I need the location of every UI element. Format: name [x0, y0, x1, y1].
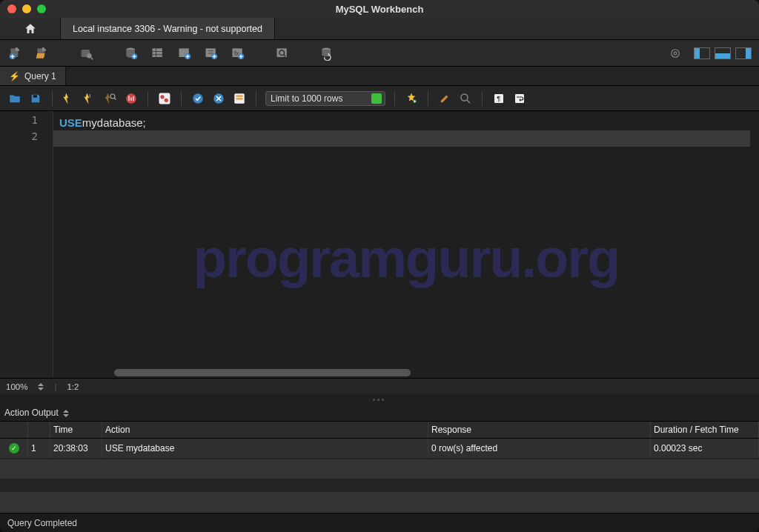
inspector-button[interactable]	[79, 45, 95, 61]
open-file-button[interactable]	[7, 91, 22, 106]
svg-text:¶: ¶	[497, 95, 500, 102]
find-button[interactable]	[458, 91, 473, 106]
editor-horizontal-scrollbar[interactable]	[107, 368, 752, 378]
query-tab[interactable]: ⚡ Query 1	[0, 67, 66, 85]
code-line: USE mydatabase;	[53, 114, 759, 130]
db-proc-button[interactable]	[203, 45, 219, 61]
zoom-level: 100%	[6, 382, 27, 391]
svg-rect-5	[153, 48, 162, 57]
svg-rect-21	[159, 93, 170, 104]
zoom-window-button[interactable]	[37, 4, 46, 13]
status-bar: Query Completed	[0, 513, 759, 532]
beautify-button[interactable]	[404, 91, 419, 106]
open-sql-file-button[interactable]	[34, 45, 50, 61]
connection-tab-label: Local instance 3306 - Warning - not supp…	[73, 24, 262, 34]
grid-header-index	[28, 422, 50, 438]
query-tabstrip: ⚡ Query 1	[0, 67, 759, 86]
home-tab[interactable]	[0, 18, 61, 39]
svg-point-16	[672, 49, 680, 57]
connection-tab[interactable]: Local instance 3306 - Warning - not supp…	[61, 18, 275, 39]
row-status: ✓	[0, 439, 28, 458]
row-duration: 0.00023 sec	[651, 439, 759, 458]
svg-rect-28	[236, 98, 243, 99]
execute-current-button[interactable]: I	[82, 91, 97, 106]
db-create-schema-button[interactable]	[123, 45, 139, 61]
db-search-button[interactable]	[274, 45, 291, 61]
row-action: USE mydatabase	[102, 439, 428, 458]
connection-tabstrip: Local instance 3306 - Warning - not supp…	[0, 18, 759, 40]
sql-toolbar: I Limit to 1000 rows ¶	[0, 86, 759, 111]
grid-header-duration[interactable]: Duration / Fetch Time	[651, 422, 759, 438]
new-sql-tab-button[interactable]	[7, 45, 24, 61]
line-number: 1	[0, 114, 53, 130]
close-window-button[interactable]	[7, 4, 16, 13]
svg-point-23	[165, 98, 168, 102]
db-view-button[interactable]	[176, 45, 193, 61]
editor-gutter: 1 2	[0, 111, 53, 378]
sql-punct: ;	[143, 116, 146, 129]
db-reconnect-button[interactable]	[319, 45, 335, 61]
home-icon	[24, 22, 37, 36]
grid-blank-row	[0, 459, 759, 479]
toggle-invisible-button[interactable]: ¶	[491, 91, 506, 106]
status-text: Query Completed	[7, 518, 77, 528]
code-line-active	[53, 130, 750, 147]
window-controls	[7, 4, 46, 13]
titlebar: MySQL Workbench	[0, 0, 759, 18]
grid-header-status	[0, 422, 28, 438]
minimize-window-button[interactable]	[22, 4, 31, 13]
grid-header-time[interactable]: Time	[50, 422, 102, 438]
save-file-button[interactable]	[28, 91, 43, 106]
db-func-button[interactable]: fx	[230, 45, 246, 61]
editor-code-area[interactable]: USE mydatabase; programguru.org	[53, 111, 759, 378]
cursor-position: 1:2	[67, 382, 79, 391]
output-panel-header: Action Output	[0, 405, 759, 421]
grid-header-action[interactable]: Action	[102, 422, 428, 438]
query-tab-label: Query 1	[24, 71, 56, 82]
svg-point-17	[674, 52, 677, 55]
rollback-button[interactable]	[211, 91, 226, 106]
success-icon: ✓	[9, 443, 19, 453]
panel-toggle-group	[694, 47, 752, 59]
limit-rows-label: Limit to 1000 rows	[271, 93, 342, 104]
line-number: 2	[0, 130, 53, 147]
toggle-bottom-panel[interactable]	[715, 47, 731, 59]
row-time: 20:38:03	[50, 439, 102, 458]
toggle-autocommit-button[interactable]	[157, 91, 172, 106]
scrollbar-thumb[interactable]	[114, 369, 411, 376]
editor-status-bar: 100% | 1:2	[0, 378, 759, 394]
output-type-select[interactable]: Action Output	[4, 408, 69, 418]
app-title: MySQL Workbench	[0, 4, 759, 15]
action-output-grid: Time Action Response Duration / Fetch Ti…	[0, 421, 759, 513]
toggle-wrap-button[interactable]	[512, 91, 527, 106]
execute-button[interactable]	[62, 91, 76, 106]
grid-blank-row	[0, 492, 759, 513]
db-table-button[interactable]	[150, 45, 166, 61]
stop-button[interactable]	[124, 91, 139, 106]
app-window: MySQL Workbench Local instance 3306 - Wa…	[0, 0, 759, 532]
svg-rect-18	[33, 95, 37, 97]
grid-header-response[interactable]: Response	[428, 422, 651, 438]
explain-button[interactable]	[103, 91, 118, 106]
brush-button[interactable]	[437, 91, 452, 106]
main-toolbar: fx	[0, 40, 759, 67]
row-index: 1	[28, 439, 50, 458]
grid-row[interactable]: ✓ 1 20:38:03 USE mydatabase 0 row(s) aff…	[0, 439, 759, 458]
grid-header-row: Time Action Response Duration / Fetch Ti…	[0, 421, 759, 439]
svg-point-2	[87, 53, 92, 59]
watermark-text: programguru.org	[53, 227, 759, 290]
zoom-stepper[interactable]	[38, 383, 44, 390]
toggle-left-panel[interactable]	[694, 47, 710, 59]
row-response: 0 row(s) affected	[428, 439, 651, 458]
toggle-limits-button[interactable]	[232, 91, 247, 106]
commit-button[interactable]	[190, 91, 205, 106]
sql-keyword: USE	[59, 116, 82, 129]
horizontal-splitter[interactable]	[0, 394, 759, 405]
limit-rows-select[interactable]: Limit to 1000 rows	[265, 91, 385, 106]
sql-editor[interactable]: 1 2 USE mydatabase; programguru.org	[0, 111, 759, 378]
settings-gear-icon[interactable]	[667, 45, 683, 61]
svg-point-20	[110, 94, 115, 99]
svg-text:I: I	[89, 93, 90, 98]
bolt-icon: ⚡	[9, 71, 20, 82]
toggle-right-panel[interactable]	[735, 47, 752, 59]
